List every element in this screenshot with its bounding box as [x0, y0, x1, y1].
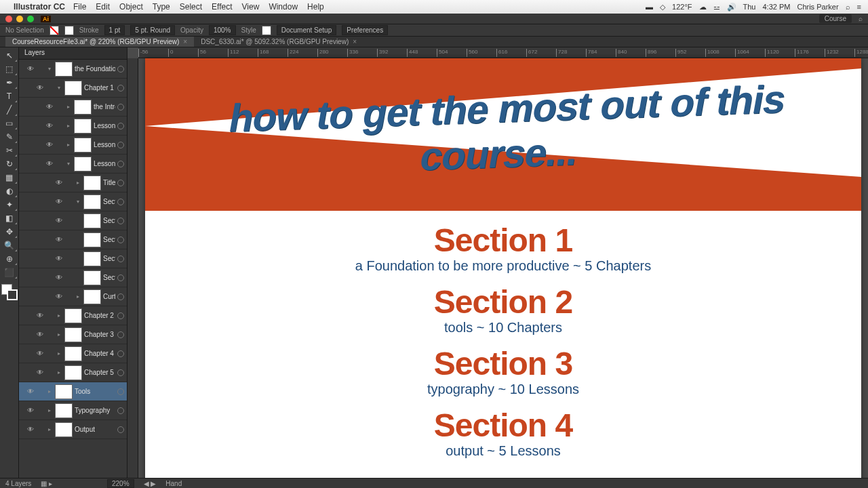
visibility-icon[interactable]: 👁: [54, 293, 64, 300]
target-icon[interactable]: [117, 104, 124, 110]
menu-help[interactable]: Help: [307, 2, 324, 12]
document-tab[interactable]: DSC_6330.ai* @ 5092.32% (RGB/GPU Preview…: [194, 37, 363, 47]
layer-thumbnail[interactable]: [83, 214, 101, 228]
layer-thumbnail[interactable]: [55, 62, 73, 77]
disclosure-icon[interactable]: ▾: [46, 66, 53, 72]
target-icon[interactable]: [117, 180, 124, 186]
layer-name[interactable]: the Intro: [94, 103, 115, 110]
layer-name[interactable]: Chapter 1: [84, 84, 115, 92]
target-icon[interactable]: [117, 388, 124, 395]
artboard[interactable]: how to get the most out of this course..…: [145, 58, 861, 478]
layer-name[interactable]: Chapter 4: [84, 350, 115, 357]
target-icon[interactable]: [117, 407, 124, 414]
target-icon[interactable]: [117, 123, 124, 129]
disclosure-icon[interactable]: ▸: [65, 123, 72, 129]
target-icon[interactable]: [117, 218, 124, 224]
layer-name[interactable]: Curtain: [103, 293, 115, 300]
layer-row[interactable]: 👁▸Chapter 2: [19, 306, 127, 325]
visibility-icon[interactable]: 👁: [26, 65, 35, 73]
spotlight-icon[interactable]: ⌕: [846, 3, 850, 11]
target-icon[interactable]: [117, 66, 124, 73]
layer-row[interactable]: 👁▸Lesson 2: [19, 117, 127, 136]
layers-panel-menu-icon[interactable]: ▦ ▸: [41, 480, 52, 487]
fill-stroke-control[interactable]: [1, 284, 18, 300]
layer-thumbnail[interactable]: [74, 138, 92, 152]
tool-8[interactable]: ↻: [1, 157, 18, 171]
menubar-flag-icon[interactable]: ▬: [646, 3, 653, 11]
tool-15[interactable]: ⊕: [1, 252, 18, 266]
stroke-swatch[interactable]: [64, 26, 74, 35]
disclosure-icon[interactable]: ▸: [75, 180, 81, 186]
style-swatch[interactable]: [262, 26, 271, 35]
layer-name[interactable]: Lesson 2: [94, 122, 115, 129]
target-icon[interactable]: [117, 312, 124, 319]
menu-select[interactable]: Select: [180, 2, 202, 12]
disclosure-icon[interactable]: ▸: [46, 407, 53, 413]
layer-name[interactable]: Chapter 5: [84, 369, 115, 376]
workspace-switcher[interactable]: Course: [819, 14, 852, 23]
layer-thumbnail[interactable]: [83, 232, 101, 247]
close-window-icon[interactable]: [5, 16, 12, 22]
visibility-icon[interactable]: 👁: [45, 103, 54, 110]
tool-12[interactable]: ◧: [1, 211, 18, 225]
stroke-color-icon[interactable]: [7, 289, 18, 300]
menubar-day[interactable]: Thu: [743, 3, 756, 11]
layers-tree[interactable]: 👁▾the Foundation👁▾Chapter 1👁▸the Intro👁▸…: [19, 60, 127, 478]
layer-row[interactable]: 👁▸Curtain: [19, 287, 127, 306]
layer-thumbnail[interactable]: [55, 403, 73, 418]
layer-thumbnail[interactable]: [83, 176, 101, 190]
disclosure-icon[interactable]: ▸: [56, 369, 62, 375]
layer-row[interactable]: 👁▸Chapter 3: [19, 325, 127, 344]
visibility-icon[interactable]: 👁: [45, 160, 54, 167]
layer-name[interactable]: the Foundation: [75, 65, 115, 73]
disclosure-icon[interactable]: ▸: [46, 388, 53, 394]
layer-row[interactable]: 👁Section 2: [19, 230, 127, 249]
tool-3[interactable]: T: [1, 89, 18, 103]
target-icon[interactable]: [117, 256, 124, 262]
menubar-cloud-icon[interactable]: ☁: [699, 3, 707, 12]
layer-row[interactable]: 👁▾the Foundation: [19, 60, 127, 79]
layer-name[interactable]: Lesson 4: [94, 160, 115, 167]
brush-field[interactable]: 5 pt. Round: [130, 25, 175, 35]
layer-row[interactable]: 👁▾Sections: [19, 192, 127, 211]
target-icon[interactable]: [117, 350, 124, 357]
layer-row[interactable]: 👁▸Chapter 4: [19, 344, 127, 363]
visibility-icon[interactable]: 👁: [54, 217, 64, 224]
layer-row[interactable]: 👁Section 4: [19, 268, 127, 287]
layer-thumbnail[interactable]: [55, 384, 73, 399]
layer-thumbnail[interactable]: [64, 308, 82, 323]
tool-0[interactable]: ↖: [1, 49, 18, 62]
menubar-user[interactable]: Chris Parker: [797, 3, 838, 11]
layers-panel-tab[interactable]: Layers: [19, 47, 127, 60]
layer-row[interactable]: 👁▸Chapter 5: [19, 363, 127, 382]
visibility-icon[interactable]: 👁: [26, 426, 35, 433]
menu-object[interactable]: Object: [119, 2, 143, 12]
layer-row[interactable]: 👁▸Tools: [19, 382, 127, 401]
disclosure-icon[interactable]: ▸: [65, 142, 72, 148]
layer-row[interactable]: 👁▸Output: [19, 420, 127, 439]
menu-view[interactable]: View: [242, 2, 260, 12]
visibility-icon[interactable]: 👁: [35, 369, 45, 376]
visibility-icon[interactable]: 👁: [26, 388, 35, 395]
layer-row[interactable]: 👁▸the Intro: [19, 98, 127, 117]
layer-name[interactable]: Typography: [75, 407, 115, 414]
layer-thumbnail[interactable]: [64, 81, 82, 96]
disclosure-icon[interactable]: ▸: [56, 331, 62, 338]
target-icon[interactable]: [117, 237, 124, 243]
tool-4[interactable]: ╱: [1, 103, 18, 117]
document-setup-button[interactable]: Document Setup: [277, 25, 337, 35]
layer-thumbnail[interactable]: [64, 365, 82, 380]
visibility-icon[interactable]: 👁: [54, 179, 64, 186]
menubar-volume-icon[interactable]: 🔊: [727, 3, 736, 12]
target-icon[interactable]: [117, 331, 124, 338]
layer-name[interactable]: Output: [75, 426, 115, 433]
window-controls[interactable]: [5, 16, 34, 22]
preferences-button[interactable]: Preferences: [342, 25, 388, 35]
layer-name[interactable]: Lesson 3: [94, 141, 115, 148]
disclosure-icon[interactable]: ▸: [56, 312, 62, 319]
opacity-field[interactable]: 100%: [209, 25, 236, 35]
tool-1[interactable]: ⬚: [1, 62, 18, 76]
stroke-weight-field[interactable]: 1 pt: [104, 25, 125, 35]
tool-6[interactable]: ✎: [1, 130, 18, 144]
tool-5[interactable]: ▭: [1, 117, 18, 130]
